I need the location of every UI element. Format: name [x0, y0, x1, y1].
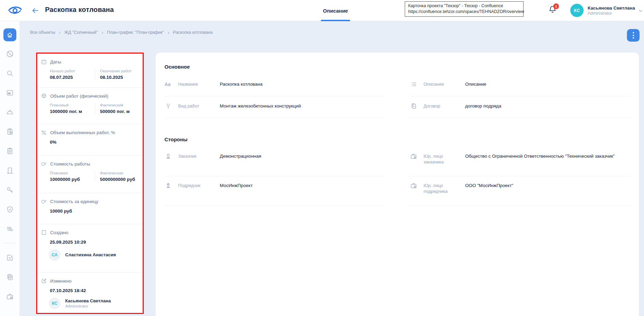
user-name: Сластихина Анастасия — [65, 252, 116, 258]
column-divider — [95, 103, 95, 114]
list-icon — [410, 81, 417, 88]
sidebar-item-warranty[interactable] — [6, 205, 14, 214]
tab-active-underline — [321, 20, 350, 21]
field-value: ООО "МосИнжПроект" — [465, 183, 513, 188]
breadcrumb-separator: › — [168, 30, 169, 35]
sidebar-item-construction[interactable] — [6, 108, 14, 116]
checkbox-check-icon — [6, 254, 14, 262]
notifications-button[interactable]: 1 — [548, 4, 560, 17]
tab-description[interactable]: Описание — [319, 0, 352, 21]
info-section-title: Стоимость работы — [50, 161, 90, 167]
breadcrumb-all-objects[interactable]: Все объекты — [30, 30, 55, 35]
field-value: 08.07.2025 — [50, 75, 95, 80]
helmet-icon — [6, 108, 14, 116]
sidebar-item-violations[interactable] — [6, 50, 14, 58]
info-panel-red-annotation: Даты Начало работ 08.07.2025 Окончание р… — [36, 53, 144, 314]
main-fields-grid: Aa Название Раскопка котлована Описание … — [164, 74, 630, 118]
sidebar-item-rooms[interactable] — [6, 167, 14, 175]
breadcrumb-object[interactable]: ЖД "Солнечный" — [64, 30, 98, 35]
user-role: Administrator — [65, 304, 111, 308]
field-value: 07.10.2025 18:42 — [50, 288, 139, 293]
user-menu[interactable]: КС Касьянова Светлана Administrator — [570, 4, 635, 17]
field-row-description: Описание Описание — [410, 74, 630, 96]
package-icon — [41, 93, 47, 99]
documents-icon — [6, 273, 14, 281]
back-button[interactable] — [31, 6, 40, 15]
sidebar-item-documents[interactable] — [6, 273, 14, 281]
legal-entity-icon — [410, 182, 417, 189]
board-icon — [6, 89, 14, 97]
user-avatar: КС — [570, 4, 584, 17]
info-section-title: Объем работ (физический) — [50, 94, 108, 99]
sidebar-item-tasks[interactable] — [6, 254, 14, 262]
sidebar-item-checklists-approved[interactable] — [6, 128, 14, 136]
calendar-icon — [41, 59, 47, 65]
section-title-parties: Стороны — [164, 137, 630, 142]
parties-fields-grid: Заказчик Демонстрационная Юр. лицо заказ… — [164, 147, 630, 206]
sidebar-item-boards[interactable] — [6, 89, 14, 97]
field-value: договор подряда — [465, 103, 501, 109]
field-row-contract: Договор договор подряда — [410, 96, 630, 118]
sidebar-item-access-keys[interactable] — [6, 186, 14, 194]
briefcase-user-icon — [6, 292, 14, 301]
info-section-work-cost: Стоимость работы Плановая 10000000 руб Ф… — [37, 155, 143, 193]
user-role: Administrator — [588, 11, 635, 16]
user-name: Касьянова Светлана — [588, 5, 635, 11]
avatar: СА — [49, 249, 60, 261]
text-aa-icon: Aa — [164, 81, 172, 87]
tehzor-eye-logo-icon[interactable] — [8, 5, 23, 16]
modified-by-user: КС Касьянова Светлана Administrator — [49, 298, 139, 309]
column-divider — [95, 171, 95, 182]
field-label: Плановый — [50, 103, 95, 107]
field-row-customer: Заказчик Демонстрационная — [164, 147, 385, 176]
percent-icon — [41, 129, 47, 136]
browser-link-preview-tooltip: Карточка проекта "Техзор" - Техзор - Con… — [405, 1, 524, 17]
avatar: КС — [49, 298, 60, 309]
field-row-name: Aa Название Раскопка котлована — [164, 74, 385, 96]
clipboard-check-icon — [6, 128, 14, 136]
user-name: Касьянова Светлана — [65, 298, 111, 304]
sidebar-item-inspections[interactable] — [6, 69, 14, 77]
field-label: Название — [178, 81, 214, 87]
section-title-main: Основное — [164, 64, 630, 70]
field-row-contractor: Подрядчик МосИнжПроект — [164, 176, 385, 206]
field-label: Окончание работ — [100, 69, 131, 73]
field-value: Общество с Ограниченной Ответственностью… — [465, 153, 615, 159]
sidebar-item-home[interactable] — [3, 28, 16, 41]
field-value: 25.09.2025 10:29 — [50, 240, 139, 245]
field-label: Фактический — [100, 103, 130, 107]
field-value: 500000 пог. м — [100, 109, 130, 114]
breadcrumb: Все объекты › ЖД "Солнечный" › План-граф… — [30, 29, 213, 35]
kebab-dot — [633, 32, 634, 33]
content-area: Все объекты › ЖД "Солнечный" › План-граф… — [20, 21, 644, 316]
field-label: Договор — [424, 103, 459, 109]
field-row-contractor-legal-entity: Юр. лицо подрядчика ООО "МосИнжПроект" — [410, 176, 630, 206]
info-section-dates: Даты Начало работ 08.07.2025 Окончание р… — [37, 54, 143, 87]
field-value: 0% — [50, 140, 139, 145]
contract-copy-icon — [410, 102, 417, 110]
sidebar-item-legal-entities[interactable] — [6, 292, 14, 301]
field-value: 10000 руб — [50, 209, 139, 214]
field-label: Начало работ — [50, 69, 95, 73]
field-value: Монтаж железобетонных конструкций — [220, 103, 301, 109]
link-preview-title: Карточка проекта "Техзор" - Техзор - Con… — [408, 3, 520, 9]
tab-description-label: Описание — [323, 8, 348, 14]
clipboard-icon — [6, 147, 14, 155]
info-section-completed-percent: Объем выполненных работ, % 0% — [37, 124, 143, 155]
more-actions-button[interactable] — [627, 29, 640, 42]
field-label: Юр. лицо заказчика — [424, 153, 459, 165]
cost-icon — [41, 198, 47, 205]
info-section-title: Изменено — [50, 278, 72, 284]
field-label: Плановая — [50, 171, 95, 175]
kebab-dot — [633, 35, 634, 36]
field-value: 10000000 руб — [50, 177, 95, 182]
info-section-physical-volume: Объем работ (физический) Плановый 100000… — [37, 87, 143, 124]
sidebar-item-checklists[interactable] — [6, 147, 14, 155]
gantt-icon — [6, 225, 14, 233]
sidebar-item-schedule[interactable] — [6, 225, 14, 233]
field-value: Демонстрационная — [220, 153, 261, 159]
breadcrumb-schedule[interactable]: План-график: "План-график" — [107, 30, 164, 35]
chevron-down-icon[interactable] — [638, 8, 643, 14]
field-value: Описание — [465, 81, 486, 87]
field-row-customer-legal-entity: Юр. лицо заказчика Общество с Ограниченн… — [410, 147, 630, 176]
